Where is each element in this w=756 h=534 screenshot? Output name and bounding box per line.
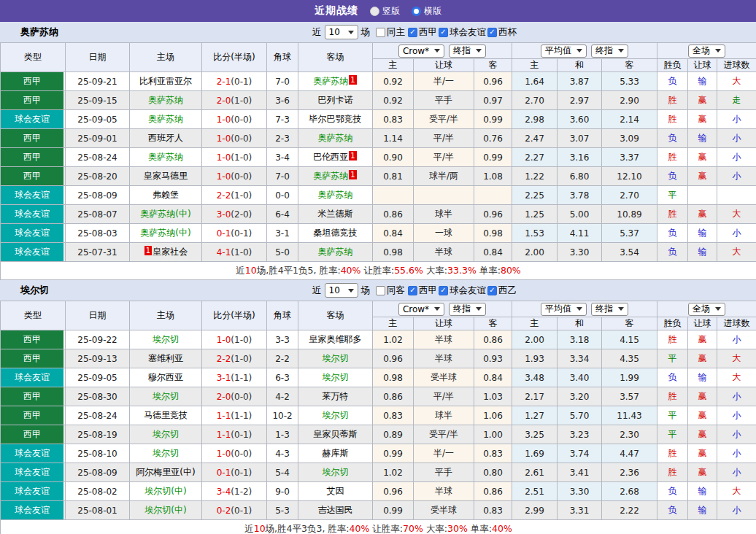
league-checkbox[interactable]: ✓ <box>408 28 417 37</box>
fulltime-score: 0-1 <box>217 228 231 239</box>
team-filter-row: 奥萨苏纳 近 10 场 同主 ✓西甲✓球会友谊✓西杯 <box>0 22 756 42</box>
odds-company-select[interactable]: Crow* <box>398 303 444 316</box>
red-card-badge: 1 <box>144 246 152 255</box>
avg-away: 4.47 <box>602 444 657 463</box>
scope-select[interactable]: 全场 <box>688 44 725 58</box>
recent-count-select[interactable]: 10 <box>325 25 358 39</box>
team-name[interactable]: 奥萨苏纳 <box>148 95 183 105</box>
team-name[interactable]: 奥萨苏纳 <box>318 133 353 143</box>
team-name[interactable]: 奥萨苏纳(中) <box>140 209 190 219</box>
same-venue-label: 同客 <box>387 285 405 297</box>
result-winlose: 胜 <box>657 91 688 110</box>
team-name[interactable]: 米兰德斯 <box>318 209 353 219</box>
team-name[interactable]: 埃尔切 <box>323 353 349 363</box>
match-score: 2-2(1-0) <box>202 349 267 368</box>
layout-horizontal-label: 横版 <box>424 5 441 18</box>
match-score: 2-1(0-1) <box>202 72 267 91</box>
avg-away: 4.35 <box>602 349 657 368</box>
team-name[interactable]: 埃尔切 <box>323 467 349 477</box>
avg-away: 3.57 <box>602 387 657 406</box>
avg-away: 3.54 <box>602 243 657 262</box>
team-name[interactable]: 赫库斯 <box>323 448 349 458</box>
scope-select[interactable]: 全场 <box>688 303 725 316</box>
odds-final-select[interactable]: 终指 <box>449 303 486 316</box>
recent-count-select[interactable]: 10 <box>325 283 358 298</box>
team-name[interactable]: 奥萨苏纳(中) <box>140 228 190 238</box>
same-venue-checkbox[interactable] <box>376 28 385 37</box>
league-checkbox[interactable]: ✓ <box>439 286 448 295</box>
league-checkbox[interactable]: ✓ <box>439 28 448 37</box>
team-name[interactable]: 埃尔切 <box>153 429 179 439</box>
team-name[interactable]: 莱万特 <box>323 391 349 401</box>
team-name[interactable]: 皇家马德里 <box>144 171 188 181</box>
home-team-cell: 奥萨苏纳(中) <box>130 224 202 243</box>
column-header-type: 类型 <box>1 43 66 72</box>
avg-home: 3.25 <box>512 425 558 444</box>
home-team-cell: 奥萨苏纳(中) <box>130 205 202 224</box>
team-name[interactable]: 奥萨苏纳 <box>313 171 348 181</box>
halftime-score: (0-0) <box>231 115 252 125</box>
league-checkbox[interactable]: ✓ <box>487 28 497 37</box>
match-score: 3-4(1-2) <box>202 482 267 501</box>
result-goals: 小 <box>717 406 756 425</box>
match-type: 球会友谊 <box>1 110 66 129</box>
match-type: 西甲 <box>1 91 66 110</box>
team-name[interactable]: 塞维利亚 <box>148 353 183 363</box>
team-name[interactable]: 奥萨苏纳 <box>318 190 353 200</box>
team-name[interactable]: 西班牙人 <box>148 133 183 143</box>
team-name[interactable]: 皇家奥维耶多 <box>309 334 362 344</box>
team-name[interactable]: 奥萨苏纳 <box>148 152 183 162</box>
team-name[interactable]: 埃尔切 <box>153 391 179 401</box>
same-venue-checkbox[interactable] <box>376 286 385 295</box>
match-score: 4-1(1-0) <box>202 243 267 262</box>
team-name[interactable]: 马德里竞技 <box>144 410 188 420</box>
team-name[interactable]: 皇家社会 <box>153 247 188 257</box>
league-checkbox[interactable]: ✓ <box>487 286 497 295</box>
team-name[interactable]: 埃尔切 <box>323 372 349 382</box>
match-date: 25-08-01 <box>66 501 130 520</box>
team-name[interactable]: 皇家贝蒂斯 <box>314 429 358 439</box>
odds-company-select[interactable]: Crow* <box>398 44 444 58</box>
fulltime-score: 1-0 <box>217 335 231 345</box>
team-name[interactable]: 穆尔西亚 <box>148 372 183 382</box>
layout-vertical-radio[interactable] <box>370 7 379 16</box>
avg-company-select[interactable]: 平均值 <box>541 303 587 316</box>
halftime-score: (1-0) <box>231 354 252 364</box>
team-name[interactable]: 奥萨苏纳 <box>148 114 183 124</box>
result-winlose: 胜 <box>657 205 688 224</box>
team-name[interactable]: 比利亚雷亚尔 <box>139 76 192 86</box>
team-name[interactable]: 吉达国民 <box>318 505 353 515</box>
halftime-score: (1-0) <box>231 335 252 345</box>
team-name[interactable]: 艾因 <box>327 486 344 496</box>
team-name[interactable]: 埃尔切 <box>323 410 349 420</box>
avg-final-select[interactable]: 终指 <box>591 303 628 316</box>
avg-company-select[interactable]: 平均值 <box>541 44 587 58</box>
summary-segment: 33.3% <box>447 265 477 276</box>
team-name[interactable]: 埃尔切(中) <box>144 505 186 515</box>
match-type-badge: 球会友谊 <box>1 243 63 261</box>
team-name-label: 埃尔切 <box>20 284 49 297</box>
team-name[interactable]: 桑坦德竞技 <box>314 228 358 238</box>
match-date: 25-09-22 <box>66 330 130 349</box>
team-name[interactable]: 奥萨苏纳 <box>313 76 348 86</box>
team-name[interactable]: 埃尔切(中) <box>144 486 186 496</box>
home-team-cell: 埃尔切 <box>130 444 202 463</box>
team-name[interactable]: 埃尔切 <box>153 334 179 344</box>
odds-final-select[interactable]: 终指 <box>449 44 486 58</box>
team-name[interactable]: 巴伦西亚 <box>313 152 348 162</box>
team-name[interactable]: 奥萨苏纳 <box>318 247 353 257</box>
summary-segment: 55.6% <box>394 265 423 276</box>
layout-horizontal-radio[interactable] <box>412 7 421 16</box>
match-type: 西甲 <box>1 148 66 167</box>
team-name[interactable]: 埃尔切 <box>153 448 179 458</box>
team-name[interactable]: 阿尔梅里亚(中) <box>136 467 195 477</box>
avg-final-select[interactable]: 终指 <box>591 44 628 58</box>
corner-score: 3-3 <box>267 330 298 349</box>
away-team-cell: 奥萨苏纳 <box>298 243 373 262</box>
team-name[interactable]: 弗赖堡 <box>153 190 179 200</box>
team-name[interactable]: 巴列卡诺 <box>318 95 353 105</box>
team-name[interactable]: 毕尔巴鄂竞技 <box>309 114 362 124</box>
corner-score: 4-2 <box>267 387 298 406</box>
league-checkbox[interactable]: ✓ <box>408 286 417 295</box>
summary-segment: 40% <box>492 523 512 534</box>
